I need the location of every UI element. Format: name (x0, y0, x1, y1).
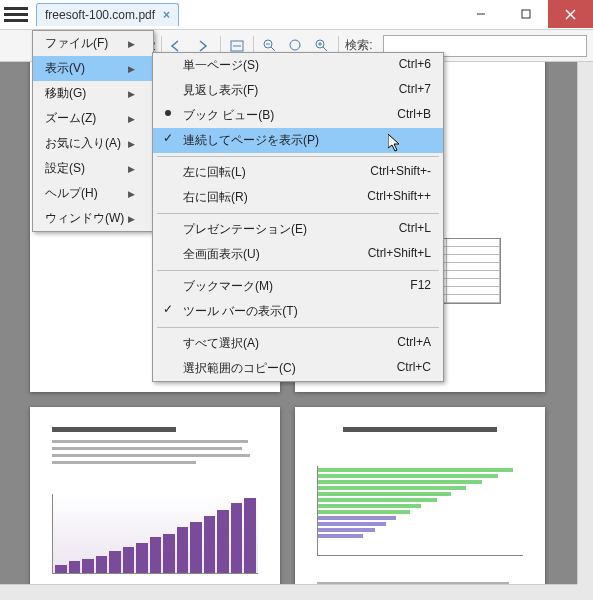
minimize-button[interactable] (458, 0, 503, 28)
horizontal-scrollbar[interactable] (0, 584, 577, 600)
menu-item[interactable]: ウィンドウ(W)▶ (33, 206, 153, 231)
titlebar: freesoft-100.com.pdf × (0, 0, 593, 30)
tab-close-icon[interactable]: × (163, 8, 170, 22)
submenu-item[interactable]: 見返し表示(F)Ctrl+7 (153, 78, 443, 103)
menu-separator (157, 327, 439, 328)
submenu-item[interactable]: ブックマーク(M)F12 (153, 274, 443, 299)
menu-separator (157, 213, 439, 214)
svg-line-11 (323, 47, 327, 51)
submenu-item[interactable]: 全画面表示(U)Ctrl+Shift+L (153, 242, 443, 267)
close-button[interactable] (548, 0, 593, 28)
menu-separator (157, 270, 439, 271)
document-tab[interactable]: freesoft-100.com.pdf × (36, 3, 179, 26)
submenu-item[interactable]: 選択範囲のコピー(C)Ctrl+C (153, 356, 443, 381)
menu-item[interactable]: 移動(G)▶ (33, 81, 153, 106)
page-thumbnail (30, 407, 280, 584)
maximize-button[interactable] (503, 0, 548, 28)
menu-item[interactable]: 設定(S)▶ (33, 156, 153, 181)
tab-title: freesoft-100.com.pdf (45, 8, 155, 22)
check-icon: ✓ (161, 131, 175, 145)
view-submenu: 単一ページ(S)Ctrl+6見返し表示(F)Ctrl+7ブック ビュー(B)Ct… (152, 52, 444, 382)
bullet-icon (161, 106, 175, 120)
check-icon: ✓ (161, 302, 175, 316)
submenu-item[interactable]: 左に回転(L)Ctrl+Shift+- (153, 160, 443, 185)
menu-item[interactable]: ファイル(F)▶ (33, 31, 153, 56)
submenu-item[interactable]: 単一ページ(S)Ctrl+6 (153, 53, 443, 78)
page-thumbnail (295, 407, 545, 584)
svg-point-9 (290, 40, 300, 50)
menu-item[interactable]: ズーム(Z)▶ (33, 106, 153, 131)
menu-item[interactable]: ヘルプ(H)▶ (33, 181, 153, 206)
svg-line-7 (271, 47, 275, 51)
svg-rect-1 (522, 10, 530, 18)
scroll-corner (577, 584, 593, 600)
menu-separator (157, 156, 439, 157)
vertical-scrollbar[interactable] (577, 62, 593, 584)
submenu-item[interactable]: ブック ビュー(B)Ctrl+B (153, 103, 443, 128)
submenu-item[interactable]: すべて選択(A)Ctrl+A (153, 331, 443, 356)
main-menu: ファイル(F)▶表示(V)▶移動(G)▶ズーム(Z)▶お気に入り(A)▶設定(S… (32, 30, 154, 232)
submenu-item[interactable]: プレゼンテーション(E)Ctrl+L (153, 217, 443, 242)
submenu-item[interactable]: ✓ツール バーの表示(T) (153, 299, 443, 324)
submenu-item[interactable]: 右に回転(R)Ctrl+Shift++ (153, 185, 443, 210)
menu-item[interactable]: 表示(V)▶ (33, 56, 153, 81)
hamburger-menu-icon[interactable] (4, 3, 28, 27)
cursor-icon (388, 134, 404, 154)
menu-item[interactable]: お気に入り(A)▶ (33, 131, 153, 156)
